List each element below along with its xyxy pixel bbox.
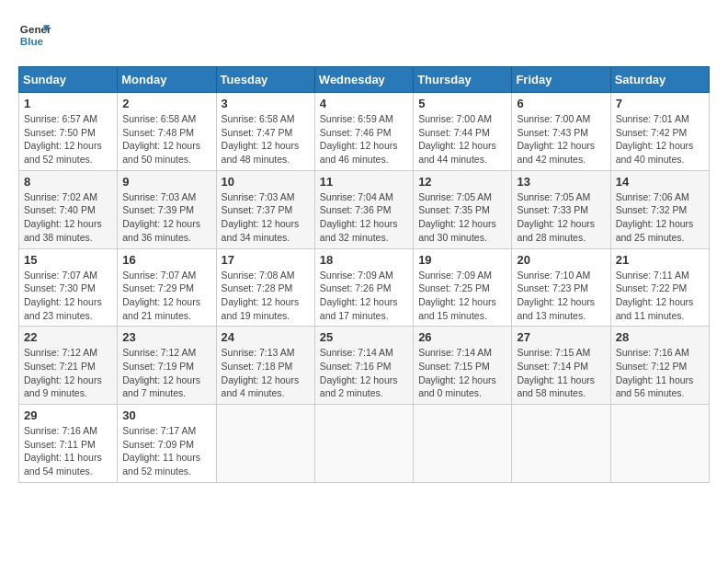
calendar-cell: 3 Sunrise: 6:58 AM Sunset: 7:47 PM Dayli… xyxy=(216,93,314,171)
calendar-cell: 18 Sunrise: 7:09 AM Sunset: 7:26 PM Dayl… xyxy=(314,248,413,327)
calendar-week-4: 22 Sunrise: 7:12 AM Sunset: 7:21 PM Dayl… xyxy=(19,327,710,405)
calendar-cell xyxy=(610,405,709,483)
calendar-cell: 7 Sunrise: 7:01 AM Sunset: 7:42 PM Dayli… xyxy=(610,93,709,171)
day-info: Sunrise: 7:03 AM Sunset: 7:39 PM Dayligh… xyxy=(122,190,210,245)
calendar-cell xyxy=(314,405,413,483)
calendar-week-5: 29 Sunrise: 7:16 AM Sunset: 7:11 PM Dayl… xyxy=(19,405,710,483)
day-info: Sunrise: 7:10 AM Sunset: 7:23 PM Dayligh… xyxy=(517,269,605,323)
day-info: Sunrise: 7:17 AM Sunset: 7:09 PM Dayligh… xyxy=(122,424,210,478)
calendar-cell: 2 Sunrise: 6:58 AM Sunset: 7:48 PM Dayli… xyxy=(118,93,216,171)
day-info: Sunrise: 7:01 AM Sunset: 7:42 PM Dayligh… xyxy=(616,112,704,167)
day-info: Sunrise: 6:58 AM Sunset: 7:47 PM Dayligh… xyxy=(222,112,310,167)
day-header-saturday: Saturday xyxy=(610,67,709,93)
day-info: Sunrise: 7:03 AM Sunset: 7:37 PM Dayligh… xyxy=(222,190,310,245)
day-number: 20 xyxy=(517,253,605,267)
day-header-tuesday: Tuesday xyxy=(216,67,314,93)
calendar-cell: 16 Sunrise: 7:07 AM Sunset: 7:29 PM Dayl… xyxy=(118,248,216,327)
day-number: 23 xyxy=(122,330,210,344)
day-header-friday: Friday xyxy=(512,67,610,93)
calendar-cell: 13 Sunrise: 7:05 AM Sunset: 7:33 PM Dayl… xyxy=(512,170,610,248)
day-info: Sunrise: 7:08 AM Sunset: 7:28 PM Dayligh… xyxy=(222,269,310,323)
day-info: Sunrise: 7:11 AM Sunset: 7:22 PM Dayligh… xyxy=(616,269,704,323)
calendar-week-3: 15 Sunrise: 7:07 AM Sunset: 7:30 PM Dayl… xyxy=(19,248,710,327)
day-info: Sunrise: 7:12 AM Sunset: 7:21 PM Dayligh… xyxy=(24,346,112,400)
day-number: 1 xyxy=(24,97,112,110)
day-info: Sunrise: 6:58 AM Sunset: 7:48 PM Dayligh… xyxy=(122,112,210,167)
calendar-cell: 8 Sunrise: 7:02 AM Sunset: 7:40 PM Dayli… xyxy=(19,170,118,248)
header: General Blue xyxy=(18,18,710,52)
day-number: 11 xyxy=(320,175,408,189)
day-info: Sunrise: 7:05 AM Sunset: 7:35 PM Dayligh… xyxy=(418,190,506,245)
day-info: Sunrise: 7:15 AM Sunset: 7:14 PM Dayligh… xyxy=(517,346,605,400)
calendar-cell: 19 Sunrise: 7:09 AM Sunset: 7:25 PM Dayl… xyxy=(414,248,512,327)
day-number: 3 xyxy=(222,97,310,110)
day-number: 17 xyxy=(222,253,310,267)
day-info: Sunrise: 7:04 AM Sunset: 7:36 PM Dayligh… xyxy=(320,190,408,245)
day-number: 18 xyxy=(320,253,408,267)
day-number: 30 xyxy=(122,408,210,422)
day-number: 12 xyxy=(418,175,506,189)
svg-text:Blue: Blue xyxy=(20,35,44,47)
day-info: Sunrise: 7:09 AM Sunset: 7:26 PM Dayligh… xyxy=(320,269,408,323)
day-info: Sunrise: 6:57 AM Sunset: 7:50 PM Dayligh… xyxy=(24,112,112,167)
calendar-week-1: 1 Sunrise: 6:57 AM Sunset: 7:50 PM Dayli… xyxy=(19,93,710,171)
calendar-cell: 22 Sunrise: 7:12 AM Sunset: 7:21 PM Dayl… xyxy=(19,327,118,405)
day-info: Sunrise: 7:00 AM Sunset: 7:43 PM Dayligh… xyxy=(517,112,605,167)
calendar-cell: 9 Sunrise: 7:03 AM Sunset: 7:39 PM Dayli… xyxy=(118,170,216,248)
calendar-cell: 30 Sunrise: 7:17 AM Sunset: 7:09 PM Dayl… xyxy=(118,405,216,483)
day-number: 9 xyxy=(122,175,210,189)
day-number: 15 xyxy=(24,253,112,267)
day-info: Sunrise: 7:16 AM Sunset: 7:11 PM Dayligh… xyxy=(24,424,112,478)
day-number: 10 xyxy=(222,175,310,189)
day-number: 2 xyxy=(122,97,210,110)
calendar-cell: 28 Sunrise: 7:16 AM Sunset: 7:12 PM Dayl… xyxy=(610,327,709,405)
days-header-row: SundayMondayTuesdayWednesdayThursdayFrid… xyxy=(19,67,710,93)
day-number: 4 xyxy=(320,97,408,110)
day-info: Sunrise: 7:12 AM Sunset: 7:19 PM Dayligh… xyxy=(122,346,210,400)
calendar-cell: 26 Sunrise: 7:14 AM Sunset: 7:15 PM Dayl… xyxy=(414,327,512,405)
calendar-cell: 21 Sunrise: 7:11 AM Sunset: 7:22 PM Dayl… xyxy=(610,248,709,327)
day-number: 28 xyxy=(616,330,704,344)
calendar-cell: 6 Sunrise: 7:00 AM Sunset: 7:43 PM Dayli… xyxy=(512,93,610,171)
calendar-cell xyxy=(512,405,610,483)
calendar-table: SundayMondayTuesdayWednesdayThursdayFrid… xyxy=(18,66,710,483)
day-number: 16 xyxy=(122,253,210,267)
calendar-cell xyxy=(414,405,512,483)
calendar-cell: 11 Sunrise: 7:04 AM Sunset: 7:36 PM Dayl… xyxy=(314,170,413,248)
day-header-sunday: Sunday xyxy=(19,67,118,93)
day-info: Sunrise: 7:02 AM Sunset: 7:40 PM Dayligh… xyxy=(24,190,112,245)
day-header-monday: Monday xyxy=(118,67,216,93)
day-number: 29 xyxy=(24,408,112,422)
logo: General Blue xyxy=(18,18,51,52)
day-number: 25 xyxy=(320,330,408,344)
day-info: Sunrise: 7:05 AM Sunset: 7:33 PM Dayligh… xyxy=(517,190,605,245)
day-number: 27 xyxy=(517,330,605,344)
day-number: 8 xyxy=(24,175,112,189)
day-number: 22 xyxy=(24,330,112,344)
calendar-cell: 14 Sunrise: 7:06 AM Sunset: 7:32 PM Dayl… xyxy=(610,170,709,248)
day-header-wednesday: Wednesday xyxy=(314,67,413,93)
day-header-thursday: Thursday xyxy=(414,67,512,93)
calendar-cell: 10 Sunrise: 7:03 AM Sunset: 7:37 PM Dayl… xyxy=(216,170,314,248)
day-number: 26 xyxy=(418,330,506,344)
day-number: 6 xyxy=(517,97,605,110)
day-number: 5 xyxy=(418,97,506,110)
day-info: Sunrise: 7:14 AM Sunset: 7:16 PM Dayligh… xyxy=(320,346,408,400)
day-info: Sunrise: 7:14 AM Sunset: 7:15 PM Dayligh… xyxy=(418,346,506,400)
day-number: 24 xyxy=(222,330,310,344)
calendar-cell xyxy=(216,405,314,483)
day-info: Sunrise: 6:59 AM Sunset: 7:46 PM Dayligh… xyxy=(320,112,408,167)
calendar-cell: 25 Sunrise: 7:14 AM Sunset: 7:16 PM Dayl… xyxy=(314,327,413,405)
day-info: Sunrise: 7:06 AM Sunset: 7:32 PM Dayligh… xyxy=(616,190,704,245)
calendar-cell: 5 Sunrise: 7:00 AM Sunset: 7:44 PM Dayli… xyxy=(414,93,512,171)
logo-icon: General Blue xyxy=(18,18,51,52)
calendar-cell: 1 Sunrise: 6:57 AM Sunset: 7:50 PM Dayli… xyxy=(19,93,118,171)
calendar-cell: 20 Sunrise: 7:10 AM Sunset: 7:23 PM Dayl… xyxy=(512,248,610,327)
calendar-cell: 12 Sunrise: 7:05 AM Sunset: 7:35 PM Dayl… xyxy=(414,170,512,248)
calendar-cell: 24 Sunrise: 7:13 AM Sunset: 7:18 PM Dayl… xyxy=(216,327,314,405)
calendar-cell: 27 Sunrise: 7:15 AM Sunset: 7:14 PM Dayl… xyxy=(512,327,610,405)
day-info: Sunrise: 7:16 AM Sunset: 7:12 PM Dayligh… xyxy=(616,346,704,400)
day-number: 7 xyxy=(616,97,704,110)
day-info: Sunrise: 7:07 AM Sunset: 7:29 PM Dayligh… xyxy=(122,269,210,323)
calendar-cell: 17 Sunrise: 7:08 AM Sunset: 7:28 PM Dayl… xyxy=(216,248,314,327)
